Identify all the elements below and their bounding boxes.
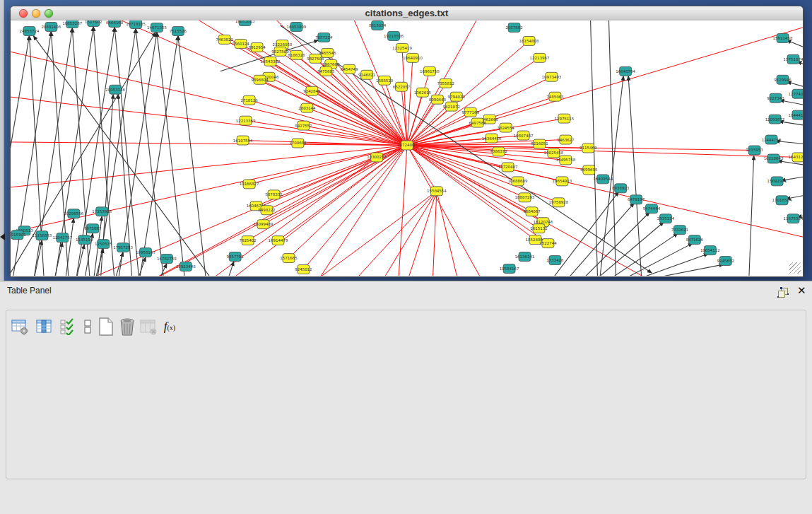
network-node[interactable]: 10958167: [136, 248, 155, 257]
network-node[interactable]: 9463627: [557, 135, 575, 144]
network-node[interactable]: 8813054: [369, 21, 387, 30]
network-node[interactable]: 19654923: [552, 177, 572, 186]
network-node[interactable]: 12444159: [762, 135, 782, 144]
network-node[interactable]: 12923448: [176, 262, 196, 271]
column-visibility-icon[interactable]: [34, 317, 54, 337]
network-node[interactable]: 16364456: [482, 134, 502, 143]
network-node[interactable]: 9215953: [746, 146, 763, 155]
network-node[interactable]: 10584167: [500, 264, 519, 274]
network-node[interactable]: 9474444: [643, 204, 661, 214]
network-node[interactable]: 19756928: [548, 198, 568, 207]
resize-grip[interactable]: [789, 262, 801, 274]
network-node[interactable]: 2087682: [505, 23, 522, 32]
table-settings-icon[interactable]: [10, 317, 30, 337]
network-node[interactable]: 7515526: [170, 26, 187, 35]
panel-collapse-arrow-icon[interactable]: [0, 233, 5, 240]
network-node[interactable]: 6522057: [393, 82, 411, 91]
network-node[interactable]: 1700684: [289, 139, 307, 148]
network-node[interactable]: 10653287: [62, 21, 82, 28]
network-node[interactable]: 16914479: [269, 236, 288, 245]
network-node[interactable]: 8216051: [531, 139, 548, 148]
network-node[interactable]: 16648794: [616, 66, 635, 76]
network-node[interactable]: 9465546: [319, 48, 336, 57]
network-node[interactable]: 8427552: [295, 121, 312, 130]
network-node[interactable]: 7355812: [437, 78, 454, 88]
network-node[interactable]: 9146821: [358, 70, 375, 79]
network-node[interactable]: 12093872: [765, 115, 785, 124]
network-node[interactable]: 16210643: [764, 154, 784, 163]
network-node[interactable]: 8186328: [288, 50, 305, 59]
network-node[interactable]: 16154808: [519, 36, 539, 45]
network-canvas[interactable]: 2495572420691406106532871527602646616010…: [11, 21, 803, 276]
network-node[interactable]: 1250515: [95, 240, 112, 249]
network-node[interactable]: 2935114: [657, 214, 675, 223]
close-icon[interactable]: ✕: [797, 285, 806, 296]
network-node[interactable]: 2718126: [240, 95, 258, 105]
network-node[interactable]: 2803144: [298, 103, 316, 112]
network-window-titlebar[interactable]: citations_edges.txt: [11, 6, 803, 21]
network-node[interactable]: 7832621: [671, 226, 688, 235]
network-node[interactable]: 1733426: [546, 256, 564, 265]
network-node[interactable]: 15584554: [427, 187, 447, 196]
network-node[interactable]: 2522744: [539, 239, 557, 248]
network-node[interactable]: 1571665: [280, 254, 297, 263]
select-rows-icon[interactable]: [58, 317, 78, 337]
network-node[interactable]: 12042757: [52, 233, 72, 243]
network-node[interactable]: 19166827: [240, 180, 259, 189]
network-node[interactable]: 11675334: [784, 214, 803, 223]
function-builder-icon[interactable]: f(x): [160, 317, 180, 337]
network-node[interactable]: 16431214: [789, 153, 803, 162]
network-node[interactable]: 3824554: [497, 123, 514, 132]
network-node[interactable]: 9794028: [448, 92, 466, 101]
network-node[interactable]: 8912954: [248, 42, 266, 52]
network-node[interactable]: 18444176: [789, 110, 803, 119]
network-node[interactable]: 20053346: [105, 85, 125, 94]
network-node[interactable]: 9245012: [295, 265, 312, 274]
network-node[interactable]: 15692971: [767, 177, 787, 186]
network-node[interactable]: 12975115: [554, 114, 574, 123]
network-node[interactable]: 8938923: [612, 184, 630, 193]
network-node[interactable]: 6466160: [106, 21, 124, 27]
network-node[interactable]: 9227343: [767, 93, 784, 103]
network-node[interactable]: 16543382: [261, 57, 281, 66]
network-node[interactable]: 16053803: [235, 21, 255, 25]
network-node[interactable]: 9975887: [84, 224, 102, 233]
network-node[interactable]: 1145194: [76, 235, 93, 245]
network-node[interactable]: 19218506: [384, 31, 404, 40]
network-node[interactable]: 9421072: [443, 102, 460, 111]
network-node[interactable]: 8990448: [429, 95, 447, 104]
network-node[interactable]: 8560124: [232, 39, 249, 48]
network-node[interactable]: 9699695: [580, 165, 597, 175]
network-node[interactable]: 1615132: [530, 224, 547, 233]
network-node[interactable]: 9857791: [226, 252, 243, 262]
network-node[interactable]: 16099489: [254, 220, 273, 229]
network-node[interactable]: 16782759: [157, 255, 177, 264]
network-node[interactable]: 17016504: [772, 196, 792, 205]
network-node[interactable]: 18640910: [403, 53, 423, 62]
network-node[interactable]: 7857224: [315, 33, 333, 42]
network-node[interactable]: 12774091: [789, 89, 803, 98]
network-node[interactable]: 16053809: [287, 22, 307, 31]
network-node[interactable]: 7485063: [546, 92, 564, 101]
network-node[interactable]: 9475685: [317, 66, 334, 76]
network-node[interactable]: 6479197: [628, 195, 645, 204]
network-node[interactable]: 10719185: [126, 21, 146, 28]
network-node[interactable]: 1527602: [85, 21, 102, 26]
new-table-icon[interactable]: [96, 317, 116, 337]
network-node[interactable]: 1362615: [414, 88, 431, 97]
network-node[interactable]: 16136141: [515, 252, 535, 262]
network-node[interactable]: 9245652: [717, 257, 734, 266]
network-node[interactable]: 1588520: [376, 76, 394, 85]
network-node[interactable]: 20691406: [41, 22, 61, 31]
network-node[interactable]: 8498222: [258, 206, 275, 215]
network-node[interactable]: 12325419: [392, 43, 412, 52]
network-node[interactable]: 16961758: [420, 66, 440, 76]
network-node[interactable]: 7386372: [490, 147, 507, 156]
network-node[interactable]: 24955724: [20, 26, 40, 35]
network-node[interactable]: 8471626: [686, 235, 704, 245]
network-node[interactable]: 16409544: [593, 175, 613, 184]
network-node[interactable]: 10807487: [514, 131, 534, 140]
network-node[interactable]: 10654112: [700, 246, 720, 255]
network-node[interactable]: 5878332: [265, 190, 282, 199]
network-node[interactable]: 8454749: [341, 64, 358, 74]
